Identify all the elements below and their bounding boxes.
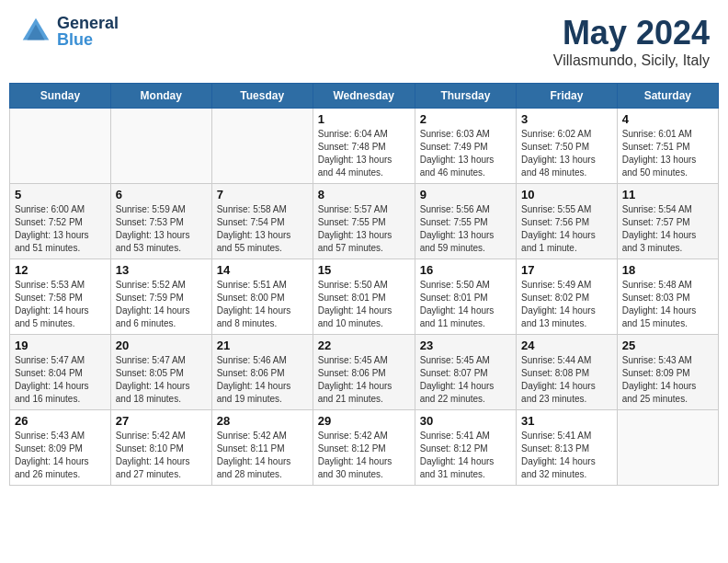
day-info: Sunrise: 5:54 AM Sunset: 7:57 PM Dayligh…: [622, 203, 713, 255]
calendar-cell: [211, 109, 313, 184]
day-of-week-header: Thursday: [415, 84, 516, 109]
calendar-cell: 8Sunrise: 5:57 AM Sunset: 7:55 PM Daylig…: [313, 184, 415, 259]
day-number: 20: [116, 339, 207, 352]
logo: General Blue: [18, 14, 119, 49]
calendar-cell: [10, 109, 111, 184]
calendar-cell: 13Sunrise: 5:52 AM Sunset: 7:59 PM Dayli…: [110, 259, 211, 335]
day-info: Sunrise: 5:50 AM Sunset: 8:01 PM Dayligh…: [420, 279, 511, 330]
day-number: 3: [521, 112, 612, 126]
day-number: 13: [116, 263, 207, 277]
calendar-cell: 31Sunrise: 5:41 AM Sunset: 8:13 PM Dayli…: [517, 410, 618, 486]
day-number: 18: [622, 263, 713, 277]
calendar-week-row: 1Sunrise: 6:04 AM Sunset: 7:48 PM Daylig…: [10, 109, 719, 184]
calendar-cell: 16Sunrise: 5:50 AM Sunset: 8:01 PM Dayli…: [415, 259, 516, 335]
day-info: Sunrise: 5:41 AM Sunset: 8:13 PM Dayligh…: [521, 430, 612, 481]
day-number: 10: [521, 188, 612, 201]
day-number: 4: [622, 112, 713, 126]
calendar-cell: 12Sunrise: 5:53 AM Sunset: 7:58 PM Dayli…: [10, 259, 111, 335]
day-number: 6: [116, 188, 207, 201]
day-info: Sunrise: 5:53 AM Sunset: 7:58 PM Dayligh…: [15, 279, 106, 330]
calendar-cell: 22Sunrise: 5:45 AM Sunset: 8:06 PM Dayli…: [313, 335, 415, 410]
logo-icon: [18, 14, 53, 49]
day-info: Sunrise: 5:44 AM Sunset: 8:08 PM Dayligh…: [521, 354, 612, 406]
day-number: 12: [15, 263, 106, 277]
calendar-cell: 23Sunrise: 5:45 AM Sunset: 8:07 PM Dayli…: [415, 335, 516, 410]
calendar-week-row: 12Sunrise: 5:53 AM Sunset: 7:58 PM Dayli…: [10, 259, 719, 335]
day-info: Sunrise: 6:02 AM Sunset: 7:50 PM Dayligh…: [521, 128, 612, 179]
calendar-week-row: 5Sunrise: 6:00 AM Sunset: 7:52 PM Daylig…: [10, 184, 719, 259]
calendar-cell: 20Sunrise: 5:47 AM Sunset: 8:05 PM Dayli…: [110, 335, 211, 410]
day-number: 7: [217, 188, 308, 201]
calendar-cell: 7Sunrise: 5:58 AM Sunset: 7:54 PM Daylig…: [211, 184, 313, 259]
calendar-cell: 30Sunrise: 5:41 AM Sunset: 8:12 PM Dayli…: [415, 410, 516, 486]
calendar-cell: 15Sunrise: 5:50 AM Sunset: 8:01 PM Dayli…: [313, 259, 415, 335]
calendar-cell: 11Sunrise: 5:54 AM Sunset: 7:57 PM Dayli…: [617, 184, 718, 259]
day-info: Sunrise: 6:00 AM Sunset: 7:52 PM Dayligh…: [15, 203, 106, 255]
day-number: 26: [15, 414, 106, 428]
calendar-cell: 5Sunrise: 6:00 AM Sunset: 7:52 PM Daylig…: [10, 184, 111, 259]
calendar-table: SundayMondayTuesdayWednesdayThursdayFrid…: [9, 83, 719, 486]
day-number: 31: [521, 414, 612, 428]
calendar-cell: 4Sunrise: 6:01 AM Sunset: 7:51 PM Daylig…: [617, 109, 718, 184]
day-info: Sunrise: 5:41 AM Sunset: 8:12 PM Dayligh…: [420, 430, 511, 481]
day-info: Sunrise: 5:56 AM Sunset: 7:55 PM Dayligh…: [420, 203, 511, 255]
day-number: 16: [420, 263, 511, 277]
day-of-week-header: Friday: [517, 84, 618, 109]
location-subtitle: Villasmundo, Sicily, Italy: [553, 52, 710, 69]
day-info: Sunrise: 5:49 AM Sunset: 8:02 PM Dayligh…: [521, 279, 612, 330]
day-of-week-header: Tuesday: [211, 84, 313, 109]
calendar-cell: 3Sunrise: 6:02 AM Sunset: 7:50 PM Daylig…: [517, 109, 618, 184]
day-number: 2: [420, 112, 511, 126]
day-number: 29: [318, 414, 410, 428]
day-info: Sunrise: 5:42 AM Sunset: 8:11 PM Dayligh…: [217, 430, 308, 481]
calendar-cell: 26Sunrise: 5:43 AM Sunset: 8:09 PM Dayli…: [10, 410, 111, 486]
day-number: 30: [420, 414, 511, 428]
calendar-cell: 29Sunrise: 5:42 AM Sunset: 8:12 PM Dayli…: [313, 410, 415, 486]
calendar-cell: 10Sunrise: 5:55 AM Sunset: 7:56 PM Dayli…: [517, 184, 618, 259]
day-number: 22: [318, 339, 410, 352]
month-title: May 2024: [553, 14, 710, 52]
day-of-week-header: Monday: [110, 84, 211, 109]
calendar-header: SundayMondayTuesdayWednesdayThursdayFrid…: [10, 84, 719, 109]
day-of-week-header: Saturday: [617, 84, 718, 109]
day-number: 8: [318, 188, 410, 201]
calendar-cell: 14Sunrise: 5:51 AM Sunset: 8:00 PM Dayli…: [211, 259, 313, 335]
calendar-cell: [110, 109, 211, 184]
calendar-cell: 9Sunrise: 5:56 AM Sunset: 7:55 PM Daylig…: [415, 184, 516, 259]
day-info: Sunrise: 5:43 AM Sunset: 8:09 PM Dayligh…: [15, 430, 106, 481]
logo-blue: Blue: [57, 31, 119, 48]
day-number: 23: [420, 339, 511, 352]
calendar-cell: 1Sunrise: 6:04 AM Sunset: 7:48 PM Daylig…: [313, 109, 415, 184]
day-info: Sunrise: 5:47 AM Sunset: 8:04 PM Dayligh…: [15, 354, 106, 406]
day-info: Sunrise: 5:47 AM Sunset: 8:05 PM Dayligh…: [116, 354, 207, 406]
calendar-cell: 25Sunrise: 5:43 AM Sunset: 8:09 PM Dayli…: [617, 335, 718, 410]
day-number: 28: [217, 414, 308, 428]
day-info: Sunrise: 5:58 AM Sunset: 7:54 PM Dayligh…: [217, 203, 308, 255]
day-number: 25: [622, 339, 713, 352]
calendar-cell: 17Sunrise: 5:49 AM Sunset: 8:02 PM Dayli…: [517, 259, 618, 335]
day-info: Sunrise: 5:48 AM Sunset: 8:03 PM Dayligh…: [622, 279, 713, 330]
day-of-week-header: Wednesday: [313, 84, 415, 109]
day-info: Sunrise: 5:43 AM Sunset: 8:09 PM Dayligh…: [622, 354, 713, 406]
day-number: 9: [420, 188, 511, 201]
day-number: 27: [116, 414, 207, 428]
day-info: Sunrise: 5:50 AM Sunset: 8:01 PM Dayligh…: [318, 279, 410, 330]
day-number: 1: [318, 112, 410, 126]
day-number: 14: [217, 263, 308, 277]
day-number: 15: [318, 263, 410, 277]
day-info: Sunrise: 5:59 AM Sunset: 7:53 PM Dayligh…: [116, 203, 207, 255]
calendar-cell: 21Sunrise: 5:46 AM Sunset: 8:06 PM Dayli…: [211, 335, 313, 410]
calendar-cell: 24Sunrise: 5:44 AM Sunset: 8:08 PM Dayli…: [517, 335, 618, 410]
day-info: Sunrise: 6:03 AM Sunset: 7:49 PM Dayligh…: [420, 128, 511, 179]
day-info: Sunrise: 6:01 AM Sunset: 7:51 PM Dayligh…: [622, 128, 713, 179]
day-info: Sunrise: 5:46 AM Sunset: 8:06 PM Dayligh…: [217, 354, 308, 406]
calendar-cell: [617, 410, 718, 486]
calendar-cell: 2Sunrise: 6:03 AM Sunset: 7:49 PM Daylig…: [415, 109, 516, 184]
day-info: Sunrise: 5:52 AM Sunset: 7:59 PM Dayligh…: [116, 279, 207, 330]
day-info: Sunrise: 5:42 AM Sunset: 8:12 PM Dayligh…: [318, 430, 410, 481]
day-of-week-header: Sunday: [10, 84, 111, 109]
day-info: Sunrise: 5:45 AM Sunset: 8:06 PM Dayligh…: [318, 354, 410, 406]
calendar-cell: 6Sunrise: 5:59 AM Sunset: 7:53 PM Daylig…: [110, 184, 211, 259]
day-number: 17: [521, 263, 612, 277]
title-block: May 2024 Villasmundo, Sicily, Italy: [553, 14, 710, 69]
